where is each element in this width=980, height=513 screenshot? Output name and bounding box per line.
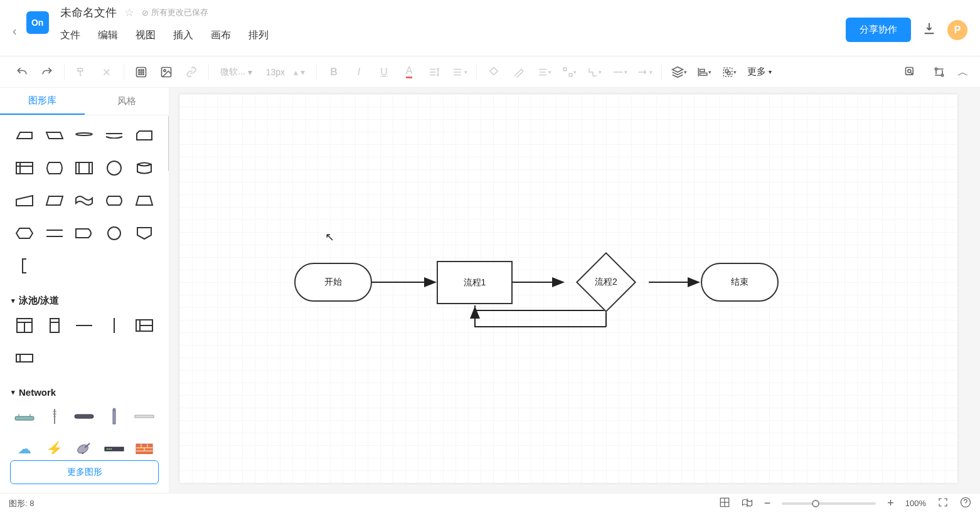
line-style-button[interactable]: ▾ [609, 61, 630, 83]
shape-predefined[interactable] [72, 158, 98, 178]
menu-arrange[interactable]: 排列 [248, 29, 269, 42]
document-title[interactable]: 未命名文件 [60, 5, 117, 20]
zoom-percent[interactable]: 100% [905, 499, 926, 508]
shape-router[interactable] [11, 406, 38, 426]
shape-line-end[interactable] [101, 125, 127, 145]
category-network[interactable]: ▾Network [0, 377, 169, 403]
user-avatar[interactable]: P [947, 20, 967, 40]
link-button[interactable] [181, 61, 202, 83]
redo-button[interactable] [36, 61, 58, 83]
arrow-style-button[interactable]: ▾ [634, 61, 655, 83]
grid-toggle-icon[interactable] [719, 497, 730, 510]
shape-firewall[interactable] [131, 439, 157, 454]
layers-button[interactable]: ▾ [668, 61, 690, 83]
canvas[interactable]: 开始 流程1 流程2 结束 ↖ [179, 94, 957, 483]
pattern-fill-button[interactable] [130, 61, 152, 83]
fill-color-button[interactable] [483, 61, 504, 83]
zoom-slider[interactable] [782, 502, 876, 505]
shape-rack-switch[interactable] [101, 439, 127, 454]
format-painter-button[interactable] [71, 61, 92, 83]
shape-lane-vert[interactable] [41, 315, 68, 336]
distribute-button[interactable]: ▾ [558, 61, 580, 83]
image-button[interactable] [156, 61, 177, 83]
shape-trapezoid-a[interactable] [11, 125, 38, 145]
menu-insert[interactable]: 插入 [173, 29, 193, 42]
node-start[interactable]: 开始 [294, 263, 372, 302]
shape-parallelogram[interactable] [41, 191, 68, 211]
text-align-button[interactable]: ▾ [533, 61, 555, 83]
align-button[interactable]: ▾ [449, 61, 470, 83]
shape-lightning[interactable]: ⚡ [41, 439, 68, 454]
shape-parallel-lines[interactable] [41, 223, 68, 243]
tab-shapes-library[interactable]: 图形库 [0, 88, 85, 115]
fullscreen-icon[interactable] [937, 497, 949, 510]
shape-antenna[interactable] [41, 406, 68, 426]
shape-bracket[interactable] [11, 256, 38, 276]
help-icon[interactable] [960, 497, 971, 510]
share-button[interactable]: 分享协作 [846, 18, 911, 42]
menu-edit[interactable]: 编辑 [98, 29, 118, 42]
shape-circle[interactable] [101, 158, 127, 178]
menu-view[interactable]: 视图 [136, 29, 156, 42]
underline-button[interactable]: U [373, 61, 395, 83]
shape-line-a[interactable] [72, 125, 98, 145]
download-icon[interactable] [922, 21, 936, 38]
back-button[interactable]: ‹ [13, 24, 17, 38]
line-height-button[interactable] [423, 61, 445, 83]
app-logo[interactable]: On [26, 11, 49, 34]
shape-trapezoid-b[interactable] [41, 125, 68, 145]
font-family-select[interactable]: 微软... ▾ [215, 66, 257, 78]
shape-satellite-dish[interactable] [72, 439, 98, 454]
font-color-button[interactable]: A [398, 61, 420, 83]
zoom-out-button[interactable]: − [764, 497, 771, 510]
more-button[interactable]: 更多 ▾ [743, 66, 775, 78]
shape-lane-horiz[interactable] [11, 348, 38, 368]
group-button[interactable]: ▾ [718, 61, 740, 83]
shape-separator-v[interactable] [101, 315, 127, 336]
settings-button[interactable] [929, 61, 950, 83]
font-size-select[interactable]: 13px ▴▾ [261, 67, 310, 77]
menu-canvas[interactable]: 画布 [211, 29, 231, 42]
bold-button[interactable]: B [323, 61, 344, 83]
shape-display[interactable] [41, 158, 68, 178]
shape-wave[interactable] [72, 191, 98, 211]
zoom-slider-knob[interactable] [812, 500, 819, 507]
shape-cloud[interactable]: ☁ [11, 439, 38, 454]
zoom-in-button[interactable]: + [887, 497, 894, 510]
navigator-icon[interactable] [742, 497, 753, 510]
shape-separator-h[interactable] [72, 315, 98, 336]
node-process-1[interactable]: 流程1 [437, 261, 513, 304]
undo-button[interactable] [11, 61, 33, 83]
more-shapes-button[interactable]: 更多图形 [10, 460, 159, 484]
italic-button[interactable]: I [348, 61, 370, 83]
shape-circle-2[interactable] [101, 223, 127, 243]
menu-file[interactable]: 文件 [60, 29, 80, 42]
category-pool-lane[interactable]: ▾泳池/泳道 [0, 285, 169, 312]
shape-stadium[interactable] [72, 223, 98, 243]
shape-manual-input[interactable] [11, 191, 38, 211]
shape-hexagon[interactable] [11, 223, 38, 243]
shape-patch-panel[interactable] [131, 406, 157, 426]
shape-offpage[interactable] [131, 223, 157, 243]
shape-pool-vert[interactable] [11, 315, 38, 336]
connector-type-button[interactable]: ▾ [583, 61, 605, 83]
shape-server-tower[interactable] [101, 406, 127, 426]
shape-pool-horiz[interactable] [131, 315, 157, 336]
shape-switch[interactable] [72, 406, 98, 426]
node-end[interactable]: 结束 [701, 263, 779, 302]
shape-card[interactable] [131, 125, 157, 145]
tab-styles[interactable]: 风格 [85, 88, 169, 115]
shape-trapezoid[interactable] [131, 191, 157, 211]
align-objects-button[interactable]: ▾ [693, 61, 715, 83]
shape-internal-storage[interactable] [11, 158, 38, 178]
shape-rounded-hex[interactable] [101, 191, 127, 211]
clear-format-button[interactable] [96, 61, 117, 83]
node-decision-2[interactable]: 流程2 [576, 252, 636, 312]
favorite-icon[interactable]: ☆ [124, 6, 134, 19]
scrollbar-thumb[interactable] [168, 115, 169, 172]
stroke-color-button[interactable] [508, 61, 530, 83]
collapse-toolbar-icon[interactable]: ︿ [957, 65, 969, 80]
shape-database[interactable] [131, 158, 157, 178]
canvas-wrap[interactable]: 开始 流程1 流程2 结束 ↖ [169, 88, 980, 493]
search-button[interactable] [900, 61, 921, 83]
